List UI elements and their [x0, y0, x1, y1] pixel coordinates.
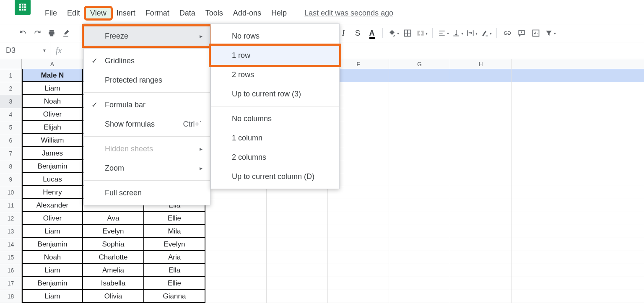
cell[interactable] — [450, 134, 512, 147]
cell[interactable] — [512, 290, 644, 303]
cell[interactable] — [450, 108, 512, 121]
view-show-formulas[interactable]: Show formulas Ctrl+` — [84, 114, 210, 134]
cell[interactable] — [450, 160, 512, 173]
cell[interactable] — [389, 95, 450, 108]
row-head[interactable]: 6 — [0, 134, 22, 147]
strike-button[interactable]: S — [351, 27, 364, 39]
cell[interactable]: Ava — [83, 212, 144, 225]
menu-edit[interactable]: Edit — [62, 7, 85, 19]
cell[interactable]: Elijah — [22, 121, 83, 134]
cell[interactable]: Ella — [144, 264, 205, 277]
cell[interactable]: Evelyn — [144, 238, 205, 251]
row-head[interactable]: 9 — [0, 173, 22, 186]
cell[interactable] — [450, 212, 512, 225]
paint-format-button[interactable] — [60, 27, 72, 39]
cell[interactable]: Male N — [22, 69, 83, 82]
cell[interactable] — [328, 251, 389, 264]
cell[interactable] — [328, 225, 389, 238]
cell[interactable] — [389, 290, 450, 303]
cell[interactable]: Liam — [22, 225, 83, 238]
cell[interactable]: Ellie — [144, 277, 205, 290]
borders-button[interactable] — [401, 27, 414, 39]
cell[interactable] — [512, 277, 644, 290]
cell[interactable] — [205, 212, 267, 225]
cell[interactable]: Liam — [22, 290, 83, 303]
row-head[interactable]: 5 — [0, 121, 22, 134]
menu-tools[interactable]: Tools — [200, 7, 228, 19]
cell[interactable] — [512, 199, 644, 212]
cell[interactable]: Benjamin — [22, 238, 83, 251]
cell[interactable] — [328, 264, 389, 277]
cell[interactable] — [450, 290, 512, 303]
cell[interactable]: Mila — [144, 225, 205, 238]
view-full-screen[interactable]: Full screen — [84, 183, 210, 202]
select-all-corner[interactable] — [0, 59, 22, 69]
cell[interactable] — [389, 82, 450, 95]
cell[interactable] — [267, 277, 328, 290]
cell[interactable] — [267, 238, 328, 251]
cell[interactable] — [389, 264, 450, 277]
cell[interactable]: Liam — [22, 264, 83, 277]
col-head-a[interactable]: A — [22, 59, 83, 69]
cell[interactable] — [205, 251, 267, 264]
cell[interactable] — [512, 95, 644, 108]
menu-data[interactable]: Data — [174, 7, 200, 19]
cell[interactable] — [389, 186, 450, 199]
cell[interactable] — [267, 212, 328, 225]
cell[interactable] — [389, 251, 450, 264]
cell[interactable] — [450, 238, 512, 251]
cell[interactable]: Benjamin — [22, 277, 83, 290]
cell[interactable] — [328, 277, 389, 290]
name-box[interactable]: D3 ▼ — [0, 42, 50, 59]
cell[interactable] — [512, 69, 644, 82]
cell[interactable]: Noah — [22, 95, 83, 108]
cell[interactable] — [267, 251, 328, 264]
cell[interactable] — [205, 277, 267, 290]
cell[interactable] — [267, 290, 328, 303]
cell[interactable]: Oliver — [22, 212, 83, 225]
filter-button[interactable]: ▾ — [544, 27, 556, 39]
cell[interactable] — [267, 264, 328, 277]
cell[interactable] — [450, 264, 512, 277]
cell[interactable] — [450, 69, 512, 82]
cell[interactable]: Oliver — [22, 108, 83, 121]
cell[interactable] — [205, 290, 267, 303]
cell[interactable]: William — [22, 134, 83, 147]
cell[interactable] — [512, 186, 644, 199]
cell[interactable] — [389, 199, 450, 212]
freeze-1-row[interactable]: 1 row — [211, 46, 339, 65]
cell[interactable] — [205, 199, 267, 212]
cell[interactable]: Ellie — [144, 212, 205, 225]
cell[interactable] — [450, 147, 512, 160]
wrap-button[interactable]: ▾ — [465, 27, 478, 39]
cell[interactable]: Alexander — [22, 199, 83, 212]
cell[interactable] — [328, 199, 389, 212]
freeze-no-columns[interactable]: No columns — [211, 109, 339, 128]
menu-view[interactable]: View — [85, 7, 112, 19]
cell[interactable] — [389, 134, 450, 147]
cell[interactable] — [450, 173, 512, 186]
cell[interactable]: James — [22, 147, 83, 160]
redo-button[interactable] — [31, 27, 44, 39]
cell[interactable] — [267, 199, 328, 212]
cell[interactable] — [512, 121, 644, 134]
row-head[interactable]: 16 — [0, 264, 22, 277]
row-head[interactable]: 4 — [0, 108, 22, 121]
cell[interactable] — [389, 160, 450, 173]
cell[interactable]: Sophia — [83, 238, 144, 251]
rotate-button[interactable]: ▾ — [480, 27, 492, 39]
cell[interactable] — [512, 238, 644, 251]
link-button[interactable] — [501, 27, 514, 39]
valign-button[interactable]: ▾ — [451, 27, 464, 39]
last-edit-link[interactable]: Last edit was seconds ago — [304, 9, 393, 18]
col-head-g[interactable]: G — [389, 59, 450, 69]
row-head[interactable]: 10 — [0, 186, 22, 199]
row-head[interactable]: 15 — [0, 251, 22, 264]
row-head[interactable]: 18 — [0, 290, 22, 303]
cell[interactable] — [450, 251, 512, 264]
row-head[interactable]: 12 — [0, 212, 22, 225]
merge-button[interactable]: ▾ — [415, 27, 428, 39]
cell[interactable]: Benjamin — [22, 160, 83, 173]
freeze-1-column[interactable]: 1 column — [211, 128, 339, 148]
cell[interactable] — [450, 225, 512, 238]
